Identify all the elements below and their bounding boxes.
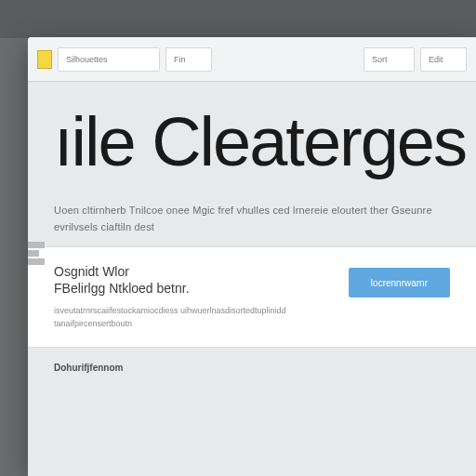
card-subtitle: FBelirlgg Ntkloed betnr. [54,281,337,296]
card-title: Osgnidt Wlor [54,264,337,279]
card-description: isveutatrnrscaiifestockamiocdiess uihwue… [54,305,337,330]
footer-link[interactable]: Dohurifjfennom [54,363,450,373]
toolbar-field-4[interactable]: Edit [420,47,467,72]
app-badge-icon [37,50,52,69]
intro-paragraph: Uoen cltirnherb Tnilcoe onee Mgic fref v… [54,203,450,235]
side-stamp [28,242,48,267]
card-text: Osgnidt Wlor FBelirlgg Ntkloed betnr. is… [54,264,337,330]
hero-title: ıile Cleaterges [54,108,450,177]
feature-card: Osgnidt Wlor FBelirlgg Ntkloed betnr. is… [28,246,476,348]
toolbar: Silhouettes Fin Sort Edit [28,37,476,82]
toolbar-field-3[interactable]: Sort [364,47,415,72]
content-area: ıile Cleaterges Uoen cltirnherb Tnilcoe … [28,82,476,476]
toolbar-field-1[interactable]: Silhouettes [58,47,160,72]
app-window: Silhouettes Fin Sort Edit ıile Cleaterge… [28,37,476,476]
cta-button[interactable]: locrennrwarnr [349,268,450,298]
toolbar-field-2[interactable]: Fin [165,47,212,72]
